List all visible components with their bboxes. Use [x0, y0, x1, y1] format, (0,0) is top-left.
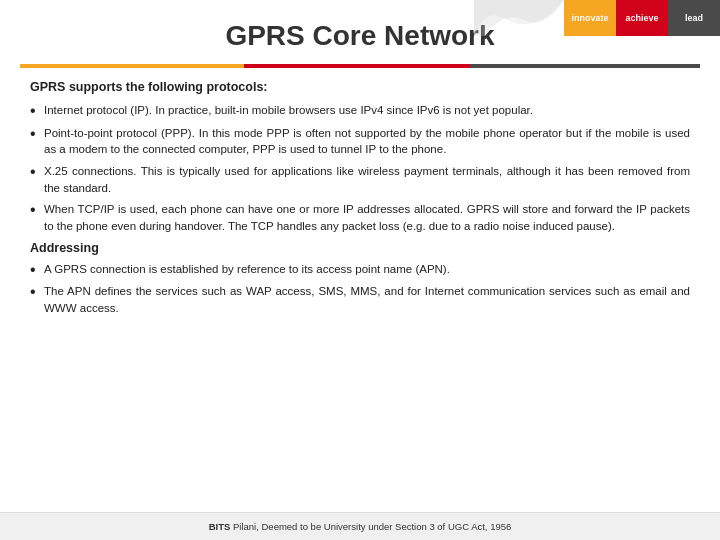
separator-line [20, 64, 700, 68]
bullet-text: When TCP/IP is used, each phone can have… [44, 201, 690, 234]
bullet-dot: • [30, 201, 44, 219]
bullet-dot: • [30, 163, 44, 181]
list-item: • Internet protocol (IP). In practice, b… [30, 102, 690, 120]
bullet-text: Point-to-point protocol (PPP). In this m… [44, 125, 690, 158]
main-content: GPRS supports the following protocols: •… [0, 70, 720, 331]
section2-title: Addressing [30, 241, 690, 255]
footer-regular: Pilani, Deemed to be University under Se… [230, 521, 511, 532]
corner-box-lead: lead [668, 0, 720, 36]
bullet-dot: • [30, 283, 44, 301]
section1-title: GPRS supports the following protocols: [30, 80, 690, 94]
bullet-text: X.25 connections. This is typically used… [44, 163, 690, 196]
corner-box-innovate: innovate [564, 0, 616, 36]
bullet-text: The APN defines the services such as WAP… [44, 283, 690, 316]
bullet-dot: • [30, 102, 44, 120]
footer-bold: BITS [209, 521, 231, 532]
bullet-dot: • [30, 125, 44, 143]
list-item: • A GPRS connection is established by re… [30, 261, 690, 279]
section2-bullet-list: • A GPRS connection is established by re… [30, 261, 690, 317]
section1-bullet-list: • Internet protocol (IP). In practice, b… [30, 102, 690, 235]
page-title: GPRS Core Network [225, 10, 494, 62]
corner-box-achieve: achieve [616, 0, 668, 36]
corner-boxes: innovate achieve lead [564, 0, 720, 36]
bullet-dot: • [30, 261, 44, 279]
list-item: • When TCP/IP is used, each phone can ha… [30, 201, 690, 234]
list-item: • The APN defines the services such as W… [30, 283, 690, 316]
list-item: • Point-to-point protocol (PPP). In this… [30, 125, 690, 158]
bullet-text: A GPRS connection is established by refe… [44, 261, 690, 278]
list-item: • X.25 connections. This is typically us… [30, 163, 690, 196]
header: GPRS Core Network innovate achieve lead [0, 0, 720, 62]
bullet-text: Internet protocol (IP). In practice, bui… [44, 102, 690, 119]
footer: BITS Pilani, Deemed to be University und… [0, 512, 720, 540]
footer-text: BITS Pilani, Deemed to be University und… [209, 521, 512, 532]
